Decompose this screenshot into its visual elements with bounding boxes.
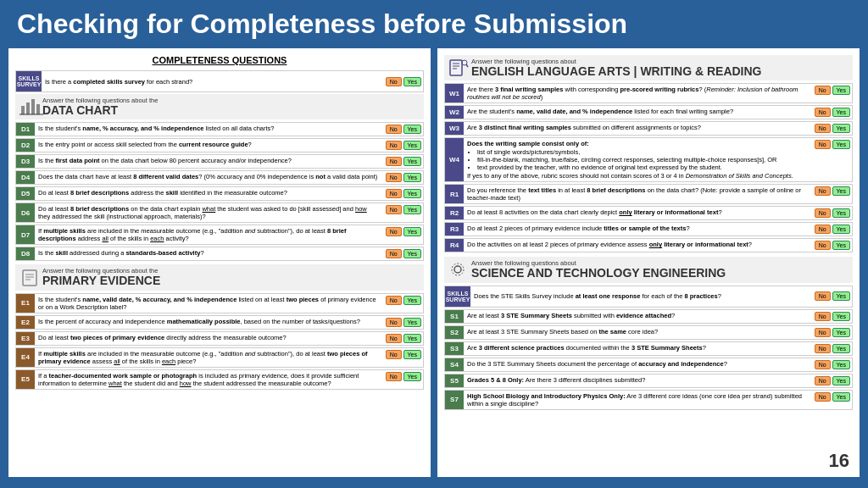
e4-yes[interactable]: Yes bbox=[403, 350, 421, 359]
d4-yes[interactable]: Yes bbox=[403, 173, 421, 182]
e4-no[interactable]: No bbox=[386, 350, 402, 359]
w2-yes[interactable]: Yes bbox=[832, 108, 850, 117]
ste-skills-yes[interactable]: Yes bbox=[832, 291, 850, 301]
d5-yes[interactable]: Yes bbox=[403, 189, 421, 198]
s3-no[interactable]: No bbox=[815, 344, 831, 353]
s1-no[interactable]: No bbox=[815, 312, 831, 321]
e3-yes[interactable]: Yes bbox=[403, 334, 421, 343]
w3-yes[interactable]: Yes bbox=[832, 124, 850, 133]
d7-no[interactable]: No bbox=[386, 227, 402, 236]
r4-question: Do the activities on at least 2 pieces o… bbox=[464, 239, 813, 250]
e2-no[interactable]: No bbox=[386, 318, 402, 327]
w3-no[interactable]: No bbox=[815, 124, 831, 133]
data-chart-title-block: Answer the following questions about the… bbox=[42, 97, 158, 117]
d6-no[interactable]: No bbox=[386, 205, 402, 214]
d1-yes[interactable]: Yes bbox=[403, 125, 421, 134]
w4-yes[interactable]: Yes bbox=[832, 140, 850, 149]
s7-no[interactable]: No bbox=[815, 392, 831, 402]
d7-yes[interactable]: Yes bbox=[403, 227, 421, 236]
r3-label: R3 bbox=[445, 223, 464, 236]
d1-no[interactable]: No bbox=[386, 125, 402, 134]
d1-label: D1 bbox=[16, 123, 35, 136]
svg-line-14 bbox=[466, 64, 468, 67]
skills-survey-no-button[interactable]: No bbox=[386, 77, 402, 86]
left-panel: COMPLETENESS QUESTIONS SKILLSSURVEY Is t… bbox=[8, 48, 431, 477]
primary-evidence-main-title: PRIMARY EVIDENCE bbox=[42, 274, 160, 287]
s4-yes[interactable]: Yes bbox=[832, 360, 850, 369]
s1-yes[interactable]: Yes bbox=[832, 312, 850, 321]
s1-label: S1 bbox=[445, 310, 464, 323]
r2-no[interactable]: No bbox=[815, 208, 831, 218]
svg-rect-0 bbox=[21, 106, 25, 114]
d6-question: Do at least 8 brief descriptions on the … bbox=[35, 203, 384, 222]
d3-question: Is the first data point on the data char… bbox=[35, 155, 384, 166]
s4-no[interactable]: No bbox=[815, 360, 831, 369]
e5-yes[interactable]: Yes bbox=[403, 372, 421, 381]
r3-no[interactable]: No bbox=[815, 225, 831, 234]
r4-no[interactable]: No bbox=[815, 241, 831, 250]
right-panel: Answer the following questions about ENG… bbox=[437, 48, 860, 477]
s7-yes[interactable]: Yes bbox=[832, 392, 850, 402]
w4-no[interactable]: No bbox=[815, 140, 831, 149]
s4-question: Do the 3 STE Summary Sheets document the… bbox=[464, 358, 813, 369]
e1-no[interactable]: No bbox=[386, 296, 402, 305]
d2-no[interactable]: No bbox=[386, 141, 402, 150]
e1-yes[interactable]: Yes bbox=[403, 296, 421, 305]
svg-rect-2 bbox=[31, 99, 35, 114]
e2-yes[interactable]: Yes bbox=[403, 318, 421, 327]
s3-label: S3 bbox=[445, 342, 464, 355]
ela-rows: W1 Are there 3 final writing samples wit… bbox=[444, 83, 853, 252]
ste-skills-no[interactable]: No bbox=[815, 291, 831, 301]
data-chart-main-title: DATA CHART bbox=[42, 104, 158, 117]
d6-label: D6 bbox=[16, 203, 35, 222]
w2-label: W2 bbox=[445, 106, 464, 119]
r1-no[interactable]: No bbox=[815, 186, 831, 196]
s5-no[interactable]: No bbox=[815, 376, 831, 385]
d3-no[interactable]: No bbox=[386, 157, 402, 166]
r2-yes[interactable]: Yes bbox=[832, 208, 850, 218]
w1-question: Are there 3 final writing samples with c… bbox=[464, 84, 813, 103]
ste-rows: SKILLSSURVEY Does the STE Skills Survey … bbox=[444, 286, 853, 410]
e3-label: E3 bbox=[16, 332, 35, 345]
d5-no[interactable]: No bbox=[386, 189, 402, 198]
table-row: E4 If multiple skills are included in th… bbox=[15, 347, 424, 368]
table-row: S5 Grades 5 & 8 Only: Are there 3 differ… bbox=[444, 374, 853, 388]
s3-yes[interactable]: Yes bbox=[832, 344, 850, 353]
r1-yes[interactable]: Yes bbox=[832, 186, 850, 196]
ela-main-title: ENGLISH LANGUAGE ARTS | WRITING & READIN… bbox=[471, 65, 762, 78]
d3-label: D3 bbox=[16, 155, 35, 168]
d3-yes[interactable]: Yes bbox=[403, 157, 421, 166]
e3-no[interactable]: No bbox=[386, 334, 402, 343]
s5-yes[interactable]: Yes bbox=[832, 376, 850, 385]
table-row: W3 Are 3 distinct final writing samples … bbox=[444, 121, 853, 136]
ste-title-block: Answer the following questions about SCI… bbox=[471, 259, 726, 280]
d4-no[interactable]: No bbox=[386, 173, 402, 182]
data-chart-rows: D1 Is the student's name, % accuracy, an… bbox=[15, 122, 424, 261]
s5-label: S5 bbox=[445, 374, 464, 387]
e5-no[interactable]: No bbox=[386, 372, 402, 381]
d8-no[interactable]: No bbox=[386, 249, 402, 258]
primary-evidence-rows: E1 Is the student's name, valid date, % … bbox=[15, 293, 424, 390]
d8-yes[interactable]: Yes bbox=[403, 249, 421, 258]
d6-yes[interactable]: Yes bbox=[403, 205, 421, 214]
d5-question: Do at least 8 brief descriptions address… bbox=[35, 187, 384, 198]
w2-no[interactable]: No bbox=[815, 108, 831, 117]
ela-title-block: Answer the following questions about ENG… bbox=[471, 58, 762, 78]
d2-yes[interactable]: Yes bbox=[403, 141, 421, 150]
s5-question: Grades 5 & 8 Only: Are there 3 different… bbox=[464, 374, 813, 385]
s2-yes[interactable]: Yes bbox=[832, 328, 850, 337]
r3-yes[interactable]: Yes bbox=[832, 225, 850, 234]
e3-question: Do at least two pieces of primary eviden… bbox=[35, 332, 384, 343]
w1-no[interactable]: No bbox=[815, 86, 831, 95]
skills-survey-row: SKILLSSURVEY Is there a completed skills… bbox=[15, 70, 424, 92]
ste-skills-survey-row: SKILLSSURVEY Does the STE Skills Survey … bbox=[444, 286, 853, 308]
w1-yes[interactable]: Yes bbox=[832, 86, 850, 95]
header: Checking for Completeness before Submiss… bbox=[0, 0, 868, 48]
s2-no[interactable]: No bbox=[815, 328, 831, 337]
r4-yes[interactable]: Yes bbox=[832, 241, 850, 250]
table-row: D6 Do at least 8 brief descriptions on t… bbox=[15, 202, 424, 223]
s7-label: S7 bbox=[445, 391, 464, 409]
table-row: R4 Do the activities on at least 2 piece… bbox=[444, 238, 853, 252]
skills-survey-yes-button[interactable]: Yes bbox=[403, 77, 421, 86]
s1-question: Are at least 3 STE Summary Sheets submit… bbox=[464, 310, 813, 321]
